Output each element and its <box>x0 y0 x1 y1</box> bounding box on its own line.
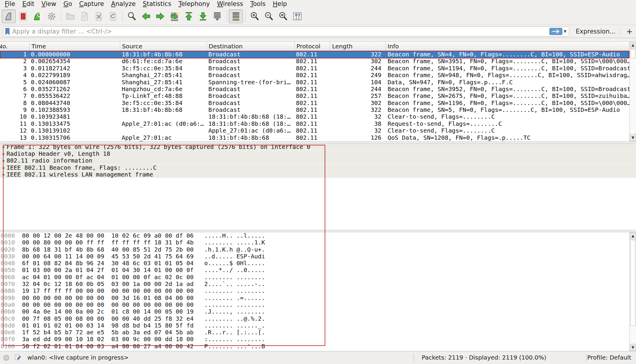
find-packet-button[interactable] <box>125 9 139 23</box>
pane-splitter-bottom[interactable]: ······ <box>0 230 636 232</box>
go-first-button[interactable] <box>182 9 196 23</box>
menu-go[interactable]: Go <box>60 0 76 8</box>
packet-row[interactable]: 70.055536422Tp-LinkT_ef:48:88Broadcast80… <box>0 93 629 99</box>
expand-arrow-icon[interactable]: ▸ <box>0 171 7 178</box>
expand-arrow-icon[interactable]: ▸ <box>0 157 7 164</box>
expand-arrow-icon[interactable]: ▸ <box>0 144 7 150</box>
hex-row[interactable]: 00b0 00 4a 0e 14 00 0a 00 2c 01 c8 00 14… <box>1 308 629 315</box>
menu-edit[interactable]: Edit <box>19 0 38 8</box>
hex-row[interactable]: 00d0 01 01 01 02 01 00 03 14 98 d8 bd b4… <box>1 322 629 329</box>
save-file-button[interactable] <box>77 9 91 23</box>
bookmark-icon[interactable] <box>5 28 10 35</box>
hex-row[interactable]: 0090 00 00 00 00 00 00 00 00 00 3d 16 01… <box>1 295 629 301</box>
packet-row[interactable]: 30.0118271423c:f5:cc:0e:35:84Broadcast80… <box>0 65 629 72</box>
hex-pane-scrollbar[interactable]: ▲ ▼ <box>629 232 636 351</box>
hex-row[interactable]: 00a0 00 00 00 00 00 00 00 00 00 00 00 00… <box>1 301 629 308</box>
expert-info-icon[interactable] <box>3 355 9 363</box>
packet-row[interactable]: 60.035271262Hangzhou_cd:7a:6eBroadcast80… <box>0 86 629 93</box>
expand-arrow-icon[interactable]: ▸ <box>0 164 7 171</box>
hex-row[interactable]: 0000 00 00 12 00 2e 48 00 00 10 02 6c 09… <box>1 232 629 239</box>
scrollbar-track[interactable] <box>630 49 636 134</box>
hex-row[interactable]: 0060 ac 04 01 00 00 0f ac 04 01 00 00 0f… <box>1 274 629 281</box>
menu-wireless[interactable]: Wireless <box>213 0 247 8</box>
column-header-protocol[interactable]: Protocol <box>295 42 330 51</box>
zoom-reset-button[interactable] <box>276 9 290 23</box>
packet-detail-row[interactable]: ▸IEEE 802.11 wireless LAN management fra… <box>0 171 636 178</box>
profile-button[interactable]: Profile: Default <box>587 354 631 361</box>
packet-row[interactable]: 110.130133475Apple_27:01:ac (d0:a6:…18:3… <box>0 120 629 127</box>
scrollbar-thumb[interactable] <box>630 49 635 58</box>
packet-row[interactable]: 90.10238859318:31:bf:4b:8b:68Broadcast80… <box>0 107 629 113</box>
go-forward-button[interactable] <box>153 9 167 23</box>
column-header-destination[interactable]: Destination <box>207 42 295 51</box>
hex-row[interactable]: 0050 01 03 00 00 2a 01 04 2f 01 04 30 14… <box>1 267 629 274</box>
hex-row[interactable]: 0020 8b 68 18 31 bf 4b 8b 68 40 00 85 51… <box>1 246 629 253</box>
hex-row[interactable]: 00f0 3a ed dd 09 00 10 18 02 03 00 9c 00… <box>1 336 629 343</box>
close-file-button[interactable] <box>92 9 106 23</box>
menu-file[interactable]: File <box>1 0 19 8</box>
scroll-down-icon[interactable]: ▼ <box>630 134 636 141</box>
zoom-out-button[interactable] <box>262 9 276 23</box>
scroll-up-icon[interactable]: ▲ <box>630 42 636 49</box>
auto-scroll-button[interactable] <box>210 9 224 23</box>
capture-comment-icon[interactable] <box>14 354 21 363</box>
column-header-length[interactable]: Length <box>330 42 386 51</box>
menu-view[interactable]: View <box>38 0 60 8</box>
open-file-button[interactable] <box>63 9 77 23</box>
scroll-up-icon[interactable]: ▲ <box>630 232 636 239</box>
column-header-source[interactable]: Source <box>120 42 207 51</box>
restart-capture-button[interactable] <box>30 9 44 23</box>
hex-row[interactable]: 0080 19 17 ff ff ff 00 00 00 00 00 00 00… <box>1 287 629 294</box>
menu-tools[interactable]: Tools <box>247 0 269 8</box>
zoom-in-button[interactable] <box>248 9 261 23</box>
hex-row[interactable]: 0100 50 f2 02 01 01 84 00 03 a4 00 00 27… <box>1 343 629 350</box>
apply-filter-button[interactable] <box>549 28 562 35</box>
expand-arrow-icon[interactable]: ▸ <box>0 150 7 157</box>
packet-cell: 0.102388593 <box>30 107 120 113</box>
packet-detail-row[interactable]: ▸Radiotap Header v0, Length 18 <box>0 150 636 157</box>
menu-telephony[interactable]: Telephony <box>175 0 213 8</box>
hex-row[interactable]: 0010 00 00 80 00 00 00 ff ff ff ff ff ff… <box>1 239 629 246</box>
column-header-info[interactable]: Info <box>386 42 629 51</box>
packet-row[interactable]: 20.002654354d6:61:fe:cd:7a:6eBroadcast80… <box>0 58 629 65</box>
hex-row[interactable]: 0070 32 04 0c 12 18 60 0b 05 03 00 1a 00… <box>1 281 629 287</box>
pane-splitter-top[interactable]: ······ <box>0 141 636 144</box>
menu-statistics[interactable]: Statistics <box>139 0 175 8</box>
packet-row[interactable]: 80.0804437403e:f5:cc:0e:35:84Broadcast80… <box>0 100 629 107</box>
column-header-time[interactable]: Time <box>30 42 120 51</box>
stop-capture-button[interactable] <box>16 9 30 23</box>
menu-analyze[interactable]: Analyze <box>107 0 139 8</box>
go-last-button[interactable] <box>196 9 210 23</box>
packet-row[interactable]: 10.00000000018:31:bf:4b:8b:68Broadcast80… <box>0 51 629 58</box>
packet-list-scrollbar[interactable]: ▲ ▼ <box>629 42 636 141</box>
hex-row[interactable]: 00c0 00 7f 08 05 00 08 00 00 00 00 40 dd… <box>1 315 629 322</box>
menu-help[interactable]: Help <box>269 0 291 8</box>
packet-row[interactable]: 40.022799189Shanghai_27:85:41Broadcast80… <box>0 72 629 79</box>
column-header-no[interactable]: No. <box>0 42 30 51</box>
colorize-button[interactable] <box>229 9 243 23</box>
packet-detail-row[interactable]: ▸IEEE 802.11 Beacon frame, Flags: ......… <box>0 164 636 171</box>
hex-row[interactable]: 0030 00 00 64 00 11 14 00 09 45 53 50 2d… <box>1 253 629 260</box>
menu-capture[interactable]: Capture <box>76 0 108 8</box>
packet-row[interactable]: 50.024060087Shanghai_27:85:41Spanning-tr… <box>0 79 629 86</box>
display-filter-box[interactable]: ▼ <box>3 26 569 36</box>
packet-detail-row[interactable]: ▸Frame 1: 322 bytes on wire (2576 bits),… <box>0 144 636 150</box>
hex-row[interactable]: 00e0 1f 52 b4 b5 b7 72 ae e5 5b ab 3a ed… <box>1 329 629 336</box>
capture-options-button[interactable] <box>45 9 58 23</box>
expression-button[interactable]: Expression... <box>576 28 616 35</box>
packet-row[interactable]: 100.10392348118:31:bf:4b:8b:68 (18:…802.… <box>0 113 629 120</box>
add-filter-button[interactable]: + <box>626 27 633 36</box>
scroll-down-icon[interactable]: ▼ <box>630 344 636 351</box>
start-capture-button[interactable] <box>2 9 16 23</box>
reload-file-button[interactable] <box>106 9 120 23</box>
display-filter-input[interactable] <box>12 28 549 35</box>
resize-columns-button[interactable] <box>290 9 304 23</box>
packet-row[interactable]: 120.130139102Apple_27:01:ac (d0:a6:…802.… <box>0 127 629 134</box>
packet-row[interactable]: 130.130315706Apple_27:01:ac18:31:bf:4b:8… <box>0 134 629 141</box>
scrollbar-thumb[interactable] <box>630 240 635 326</box>
packet-detail-row[interactable]: ▸802.11 radio information <box>0 157 636 164</box>
hex-row[interactable]: 0040 6f 01 08 82 84 8b 96 24 30 48 6c 03… <box>1 260 629 267</box>
go-to-packet-button[interactable] <box>167 9 181 23</box>
go-back-button[interactable] <box>139 9 153 23</box>
filter-dropdown-caret-icon[interactable]: ▼ <box>564 29 567 34</box>
